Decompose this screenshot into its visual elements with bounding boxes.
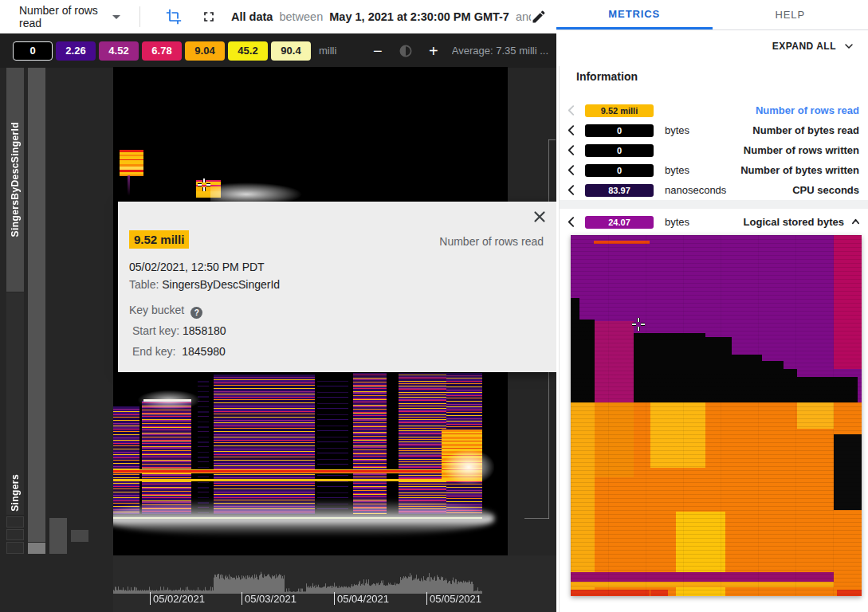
information-heading: Information: [576, 70, 638, 83]
tab-help[interactable]: HELP: [713, 0, 868, 29]
logical-stored-bytes-heatmap[interactable]: [571, 235, 862, 596]
minimap-rect: [571, 320, 595, 402]
tooltip-datetime: 05/02/2021, 12:50 PM PDT: [129, 261, 265, 273]
overview-bracket-bottom: [524, 518, 549, 519]
minimap-rect: [797, 402, 834, 429]
chevron-left-icon[interactable]: [568, 217, 579, 227]
metrics-panel: METRICS HELP EXPAND ALL Information 9.52…: [556, 0, 868, 612]
timeline-brush[interactable]: 05/02/202105/03/202105/04/202105/05/2021: [113, 555, 556, 612]
heatmap-effect: [113, 469, 482, 473]
heatmap-stripe-column: [353, 373, 387, 514]
chevron-up-icon[interactable]: [852, 217, 859, 227]
chevron-left-icon[interactable]: [568, 165, 579, 175]
keyspace-range-strip: [28, 68, 45, 542]
metric-label[interactable]: Number of bytes written: [740, 164, 859, 176]
legend-toolbar: 02.264.526.789.0445.290.4 milli − + Aver…: [0, 33, 556, 68]
tooltip-start-key: Start key: 1858180: [132, 324, 226, 337]
minimap-rect: [834, 434, 862, 510]
metric-row: 0bytesNumber of bytes read: [568, 120, 859, 140]
legend-bucket: 0: [13, 41, 53, 61]
tooltip-key-bucket-line: Key bucket?: [129, 304, 202, 319]
chevron-down-icon: [112, 15, 120, 19]
minimap-rect: [571, 402, 595, 596]
close-icon[interactable]: [531, 208, 548, 226]
minimap-rect: [650, 402, 705, 468]
chevron-left-icon[interactable]: [568, 145, 579, 155]
timeline-tick: [334, 592, 335, 605]
metric-label[interactable]: Number of bytes read: [752, 124, 859, 136]
help-icon[interactable]: ?: [190, 307, 202, 319]
fullscreen-icon[interactable]: [201, 9, 217, 25]
cell-tooltip: 9.52 milli Number of rows read 05/02/202…: [118, 202, 556, 372]
keyspace-box: [6, 516, 24, 528]
table-strip-singersbydesc[interactable]: SingersByDescSingerId: [6, 68, 24, 292]
minimap-rect: [784, 369, 797, 402]
metric-unit: bytes: [665, 216, 744, 228]
minimap-rect: [797, 377, 858, 402]
tooltip-value-chip: 9.52 milli: [129, 230, 189, 249]
metric-row: 0Number of rows written: [568, 140, 859, 160]
metric-row: 0bytesNumber of bytes written: [568, 160, 859, 180]
tooltip-metric-name: Number of rows read: [439, 235, 544, 248]
panel-tabbar: METRICS HELP: [556, 0, 868, 30]
legend-unit: milli: [319, 45, 336, 57]
keyspace-range-indicator: [28, 543, 45, 554]
minimap-rect: [594, 241, 649, 244]
timeline-tick: [150, 592, 151, 605]
heatmap-stripe-column: [317, 381, 348, 514]
divider: [559, 66, 560, 612]
overview-bracket-top: [548, 139, 556, 140]
metric-value-pill: 0: [585, 144, 654, 157]
keyspace-box: [6, 529, 24, 540]
legend-bucket: 2.26: [56, 41, 96, 61]
metric-dropdown-label: Number of rows read: [19, 4, 104, 29]
chevron-left-icon[interactable]: [568, 185, 579, 195]
table-strip-singers[interactable]: Singers: [6, 292, 24, 515]
minimap-rect: [762, 361, 784, 402]
metric-label[interactable]: Number of rows read: [756, 104, 859, 116]
minimap-rect: [595, 321, 634, 402]
minimap-rect: [705, 337, 732, 402]
heatmap-effect: [113, 517, 482, 519]
tab-metrics[interactable]: METRICS: [556, 0, 713, 29]
heatmap-stripe-column: [142, 401, 191, 514]
minimap-rect: [571, 572, 834, 582]
color-legend: 02.264.526.789.0445.290.4: [13, 41, 314, 61]
chevron-left-icon[interactable]: [568, 105, 579, 116]
metric-value-pill: 0: [585, 164, 654, 177]
metric-label[interactable]: CPU seconds: [792, 184, 859, 196]
card-gap: [560, 200, 868, 209]
metric-label[interactable]: Logical stored bytes: [744, 216, 844, 228]
metric-value-pill: 83.97: [585, 184, 654, 197]
minimap-rect: [834, 235, 862, 369]
brightness-plus-button[interactable]: +: [425, 43, 442, 59]
table-label-vertical: Singers: [10, 474, 21, 512]
minimap-rect: [650, 590, 668, 596]
crop-icon[interactable]: [166, 9, 182, 25]
keyspace-block: [49, 518, 67, 554]
expand-all-button[interactable]: EXPAND ALL: [772, 40, 855, 53]
brightness-minus-button[interactable]: −: [369, 43, 387, 59]
metric-row: 9.52 milliNumber of rows read: [568, 100, 859, 120]
timeline-date-label: 05/04/2021: [337, 593, 389, 605]
logical-stored-bytes-row: 24.07bytesLogical stored bytes: [568, 212, 859, 232]
metric-unit: nanoseconds: [665, 184, 792, 196]
legend-bucket: 45.2: [228, 41, 268, 61]
divider: [139, 6, 140, 27]
edit-pencil-icon[interactable]: [531, 9, 547, 25]
heatmap-effect: [143, 399, 191, 402]
metric-row: 83.97nanosecondsCPU seconds: [568, 180, 859, 200]
timeline-tick: [426, 592, 427, 605]
legend-bucket: 90.4: [271, 41, 311, 61]
metric-dropdown[interactable]: Number of rows read: [19, 4, 120, 29]
tooltip-end-key: End key: 1845980: [132, 345, 226, 358]
metric-label[interactable]: Number of rows written: [744, 144, 859, 156]
heatmap-effect: [113, 479, 482, 481]
minimap-rect: [595, 402, 634, 477]
metric-value-pill: 24.07: [585, 216, 654, 229]
average-label: Average: 7.35 milli ...: [452, 45, 548, 57]
minimap-rect: [634, 333, 705, 402]
chevron-left-icon[interactable]: [568, 125, 579, 135]
keyspace-box: [6, 542, 24, 554]
contrast-icon[interactable]: [398, 43, 414, 59]
